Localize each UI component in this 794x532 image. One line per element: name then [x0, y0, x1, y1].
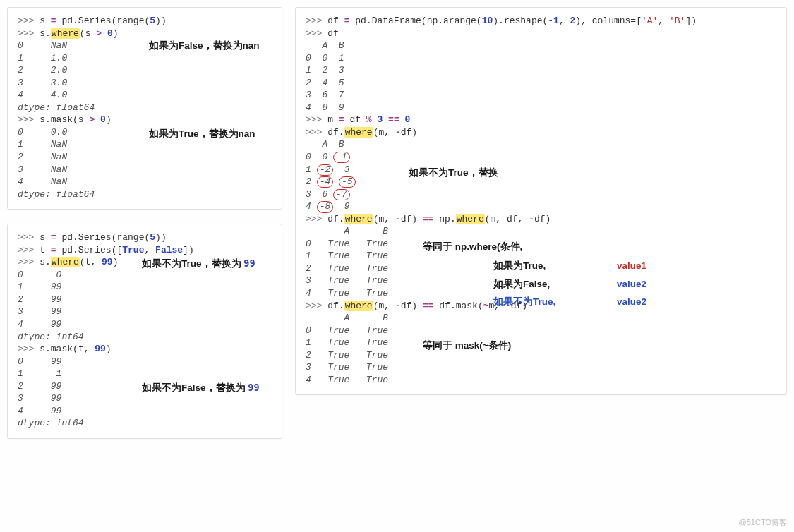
circled-value: -7 — [333, 189, 350, 200]
code-block: >>> df = pd.DataFrame(np.arange(10).resh… — [306, 15, 776, 386]
annotation-not-true-99: 如果不为True，替换为 99 — [142, 257, 255, 270]
annotation-mask-neg: 等同于 mask(~条件) — [423, 339, 511, 352]
code-panel-2: >>> s = pd.Series(range(5)) >>> t = pd.S… — [7, 224, 282, 439]
annotation-value2b: value2 — [617, 296, 646, 308]
annotation-not-true-replace: 如果不为True，替换 — [409, 167, 498, 179]
annotation-if-true: 如果为True, — [493, 260, 546, 272]
annotation-true-nan: 如果为True，替换为nan — [149, 128, 255, 140]
circled-value: -5 — [339, 176, 356, 188]
circled-value: -8 — [317, 201, 334, 212]
annotation-false-nan: 如果为False，替换为nan — [149, 40, 260, 52]
circled-value: -2 — [317, 164, 334, 176]
circled-value: -4 — [317, 176, 334, 188]
circled-value: -1 — [333, 152, 350, 163]
code-panel-1: >>> s = pd.Series(range(5)) >>> s.where(… — [7, 7, 282, 210]
annotation-if-not-true: 如果不为True, — [493, 296, 555, 308]
annotation-not-false-99: 如果不为False，替换为 99 — [142, 381, 260, 394]
annotation-np-where: 等同于 np.where(条件, — [423, 241, 522, 253]
annotation-value2a: value2 — [617, 278, 646, 291]
annotation-if-false: 如果为False, — [493, 278, 550, 291]
code-panel-3: >>> df = pd.DataFrame(np.arange(10).resh… — [295, 7, 787, 395]
annotation-value1: value1 — [617, 260, 646, 272]
